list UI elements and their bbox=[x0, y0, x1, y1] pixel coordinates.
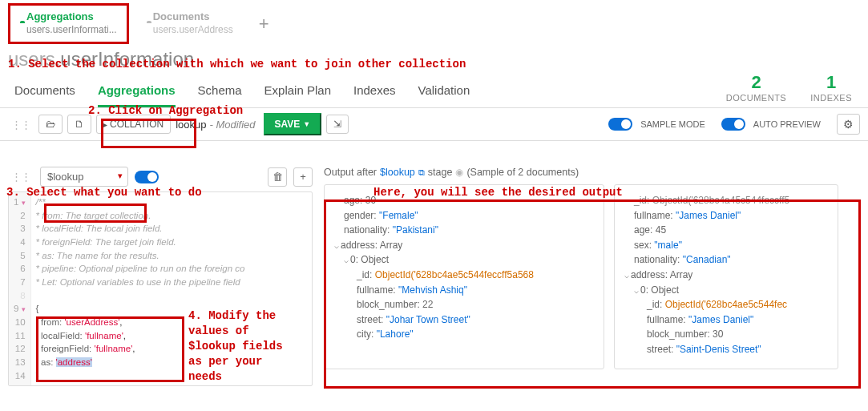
info-icon: ◉ bbox=[455, 167, 463, 178]
pipeline-name: lookup- Modified bbox=[176, 119, 258, 131]
plus-icon: + bbox=[300, 171, 306, 183]
export-button[interactable]: ⇲ bbox=[326, 115, 349, 134]
output-cards: age: 30 gender: "Female" nationality: "P… bbox=[324, 184, 860, 369]
output-header: Output after $lookup⧉ stage ◉ (Sample of… bbox=[324, 167, 860, 178]
stage-operator-select[interactable]: $lookup bbox=[40, 167, 128, 187]
annotation-1: 1. Select the collection with which we w… bbox=[8, 58, 466, 71]
doc-card: age: 30 gender: "Female" nationality: "P… bbox=[324, 184, 604, 369]
line-gutter: 1 ▾23456789 ▾1011121314 bbox=[9, 192, 31, 385]
expand-icon[interactable]: ⌵ bbox=[344, 256, 349, 264]
stat-documents: 2 DOCUMENTS bbox=[726, 72, 786, 103]
sample-mode-label: SAMPLE MODE bbox=[640, 119, 705, 129]
save-button[interactable]: SAVE▼ bbox=[264, 113, 322, 135]
add-tab-button[interactable]: + bbox=[251, 14, 277, 34]
tab-subtitle: users.userAddress bbox=[153, 24, 233, 37]
expand-icon[interactable]: ⌵ bbox=[334, 241, 339, 250]
stage-header: ⋮⋮ $lookup 🗑 + bbox=[8, 167, 313, 187]
tab-title: Documents bbox=[153, 10, 233, 24]
export-icon: ⇲ bbox=[333, 119, 341, 130]
new-pipeline-button[interactable]: 🗋 bbox=[67, 115, 91, 134]
annotation-2: 2. Click on Aggregation bbox=[88, 104, 243, 117]
caret-down-icon: ▼ bbox=[303, 120, 310, 128]
folder-open-icon: 🗁 bbox=[46, 119, 55, 130]
external-link-icon: ⧉ bbox=[418, 167, 425, 178]
stage-drag-handle[interactable]: ⋮⋮ bbox=[8, 171, 34, 183]
open-pipeline-button[interactable]: 🗁 bbox=[38, 115, 63, 134]
stage-name-link[interactable]: $lookup bbox=[380, 167, 415, 178]
sample-mode-toggle[interactable] bbox=[608, 118, 632, 131]
stat-indexes: 1 INDEXES bbox=[810, 72, 852, 103]
output-panel: Output after $lookup⧉ stage ◉ (Sample of… bbox=[324, 167, 860, 386]
add-stage-button[interactable]: + bbox=[293, 167, 313, 187]
auto-preview-toggle[interactable] bbox=[721, 118, 745, 131]
doc-card: _id: ObjectId('628bc4a45c544feccff5 full… bbox=[614, 184, 838, 369]
top-tabs: Aggregations users.userInformati... Docu… bbox=[0, 0, 868, 45]
delete-stage-button[interactable]: 🗑 bbox=[268, 167, 287, 187]
tab-subtitle: users.userInformati... bbox=[26, 24, 117, 37]
drag-handle-icon[interactable]: ⋮⋮ bbox=[8, 119, 34, 131]
gear-icon: ⚙ bbox=[843, 118, 854, 131]
stage-enabled-toggle[interactable] bbox=[135, 171, 159, 183]
auto-preview-label: AUTO PREVIEW bbox=[753, 119, 821, 129]
annotation-5: Here, you will see the desired output bbox=[373, 186, 623, 199]
collection-stats: 2 DOCUMENTS 1 INDEXES bbox=[726, 72, 852, 103]
settings-button[interactable]: ⚙ bbox=[837, 114, 860, 135]
tab-title: Aggregations bbox=[26, 10, 117, 24]
tab-explain[interactable]: Explain Plan bbox=[264, 83, 331, 107]
tab-documents[interactable]: Documents bbox=[14, 83, 75, 107]
expand-icon[interactable]: ⌵ bbox=[634, 286, 639, 295]
trash-icon: 🗑 bbox=[273, 171, 283, 183]
expand-icon[interactable]: ⌵ bbox=[624, 271, 629, 280]
annotation-4: 4. Modify the values of $lookup fields a… bbox=[188, 308, 283, 384]
tab-documents-inactive[interactable]: Documents users.userAddress bbox=[137, 6, 243, 41]
plus-icon: 🗋 bbox=[75, 119, 84, 130]
collation-button[interactable]: ▸COLLATION bbox=[96, 115, 171, 134]
tab-indexes[interactable]: Indexes bbox=[353, 83, 396, 107]
annotation-3: 3. Select what you want to do bbox=[6, 186, 202, 199]
tab-aggregations[interactable]: Aggregations users.userInformati... bbox=[8, 3, 129, 43]
tab-validation[interactable]: Validation bbox=[418, 83, 470, 107]
